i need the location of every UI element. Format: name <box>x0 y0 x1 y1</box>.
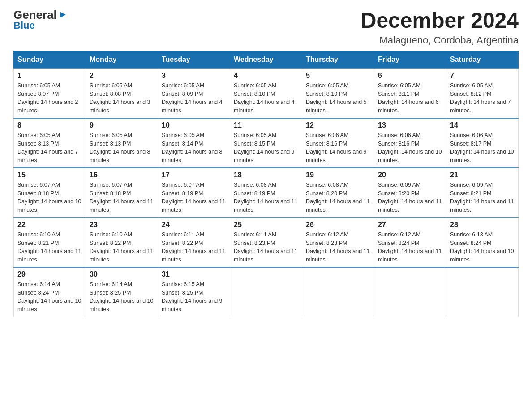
day-info: Sunrise: 6:05 AM Sunset: 8:13 PM Dayligh… <box>17 131 82 165</box>
sunset-text: Sunset: 8:19 PM <box>234 190 275 197</box>
day-number: 29 <box>17 270 82 278</box>
day-number: 18 <box>234 171 298 179</box>
day-cell-26: 26 Sunrise: 6:12 AM Sunset: 8:23 PM Dayl… <box>302 218 374 267</box>
day-number: 23 <box>90 221 154 229</box>
day-info: Sunrise: 6:05 AM Sunset: 8:12 PM Dayligh… <box>450 81 515 115</box>
day-info: Sunrise: 6:05 AM Sunset: 8:15 PM Dayligh… <box>234 131 298 165</box>
sunrise-text: Sunrise: 6:14 AM <box>17 281 60 287</box>
empty-cell <box>230 267 302 317</box>
daylight-text: Daylight: 14 hours and 2 minutes. <box>17 99 78 114</box>
day-number: 15 <box>17 171 82 179</box>
daylight-text: Daylight: 14 hours and 10 minutes. <box>450 248 514 263</box>
sunset-text: Sunset: 8:24 PM <box>378 240 419 246</box>
calendar-table: SundayMondayTuesdayWednesdayThursdayFrid… <box>13 51 519 317</box>
daylight-text: Daylight: 14 hours and 5 minutes. <box>306 99 367 114</box>
sunset-text: Sunset: 8:11 PM <box>378 91 419 97</box>
sunrise-text: Sunrise: 6:06 AM <box>450 132 493 138</box>
day-header-friday: Friday <box>374 51 446 68</box>
sunset-text: Sunset: 8:18 PM <box>90 190 131 197</box>
svg-marker-0 <box>60 12 66 18</box>
daylight-text: Daylight: 14 hours and 11 minutes. <box>234 248 297 263</box>
day-info: Sunrise: 6:07 AM Sunset: 8:18 PM Dayligh… <box>90 181 154 214</box>
sunset-text: Sunset: 8:23 PM <box>234 240 275 246</box>
page-header: General Blue December 2024 Malagueno, Co… <box>13 9 519 46</box>
day-number: 26 <box>306 221 370 229</box>
sunset-text: Sunset: 8:25 PM <box>162 290 203 296</box>
daylight-text: Daylight: 14 hours and 11 minutes. <box>306 198 369 213</box>
day-number: 19 <box>306 171 370 179</box>
day-number: 3 <box>162 72 226 80</box>
day-info: Sunrise: 6:05 AM Sunset: 8:08 PM Dayligh… <box>90 81 154 115</box>
sunrise-text: Sunrise: 6:11 AM <box>162 231 204 238</box>
daylight-text: Daylight: 14 hours and 11 minutes. <box>450 198 514 213</box>
day-cell-9: 9 Sunrise: 6:05 AM Sunset: 8:13 PM Dayli… <box>86 118 158 168</box>
daylight-text: Daylight: 14 hours and 11 minutes. <box>90 248 153 263</box>
daylight-text: Daylight: 14 hours and 7 minutes. <box>17 149 78 163</box>
day-cell-11: 11 Sunrise: 6:05 AM Sunset: 8:15 PM Dayl… <box>230 118 302 168</box>
sunrise-text: Sunrise: 6:08 AM <box>234 182 276 188</box>
daylight-text: Daylight: 14 hours and 9 minutes. <box>306 149 367 163</box>
day-cell-8: 8 Sunrise: 6:05 AM Sunset: 8:13 PM Dayli… <box>14 118 86 168</box>
sunrise-text: Sunrise: 6:10 AM <box>90 231 132 238</box>
daylight-text: Daylight: 14 hours and 8 minutes. <box>162 149 223 163</box>
empty-cell <box>302 267 374 317</box>
week-row-5: 29 Sunrise: 6:14 AM Sunset: 8:24 PM Dayl… <box>14 267 519 317</box>
month-title: December 2024 <box>361 9 519 33</box>
empty-cell <box>374 267 446 317</box>
sunset-text: Sunset: 8:20 PM <box>378 190 419 197</box>
day-number: 27 <box>378 221 442 229</box>
sunset-text: Sunset: 8:22 PM <box>90 240 131 246</box>
day-header-thursday: Thursday <box>302 51 374 68</box>
sunset-text: Sunset: 8:25 PM <box>90 290 131 296</box>
day-number: 17 <box>162 171 226 179</box>
sunset-text: Sunset: 8:09 PM <box>162 91 203 97</box>
day-info: Sunrise: 6:14 AM Sunset: 8:24 PM Dayligh… <box>17 280 82 314</box>
day-number: 1 <box>17 72 82 80</box>
sunrise-text: Sunrise: 6:07 AM <box>90 182 132 188</box>
sunset-text: Sunset: 8:20 PM <box>306 190 347 197</box>
day-info: Sunrise: 6:05 AM Sunset: 8:14 PM Dayligh… <box>162 131 226 165</box>
sunrise-text: Sunrise: 6:12 AM <box>306 231 348 238</box>
sunset-text: Sunset: 8:19 PM <box>162 190 203 197</box>
logo-triangle-icon <box>58 10 68 20</box>
logo-blue-text: Blue <box>13 21 35 30</box>
sunrise-text: Sunrise: 6:05 AM <box>162 132 204 138</box>
day-info: Sunrise: 6:05 AM Sunset: 8:09 PM Dayligh… <box>162 81 226 115</box>
daylight-text: Daylight: 14 hours and 11 minutes. <box>90 198 153 213</box>
day-cell-12: 12 Sunrise: 6:06 AM Sunset: 8:16 PM Dayl… <box>302 118 374 168</box>
day-cell-28: 28 Sunrise: 6:13 AM Sunset: 8:24 PM Dayl… <box>446 218 519 267</box>
title-area: December 2024 Malagueno, Cordoba, Argent… <box>361 9 519 46</box>
day-cell-10: 10 Sunrise: 6:05 AM Sunset: 8:14 PM Dayl… <box>158 118 230 168</box>
sunrise-text: Sunrise: 6:05 AM <box>17 132 60 138</box>
day-info: Sunrise: 6:11 AM Sunset: 8:23 PM Dayligh… <box>234 231 298 264</box>
day-info: Sunrise: 6:05 AM Sunset: 8:13 PM Dayligh… <box>90 131 154 165</box>
sunset-text: Sunset: 8:21 PM <box>450 190 491 197</box>
day-header-wednesday: Wednesday <box>230 51 302 68</box>
day-number: 9 <box>90 121 154 129</box>
sunset-text: Sunset: 8:14 PM <box>162 141 203 147</box>
daylight-text: Daylight: 14 hours and 11 minutes. <box>234 198 297 213</box>
day-header-sunday: Sunday <box>14 51 86 68</box>
daylight-text: Daylight: 14 hours and 10 minutes. <box>90 298 153 313</box>
sunset-text: Sunset: 8:21 PM <box>17 240 59 246</box>
day-info: Sunrise: 6:07 AM Sunset: 8:19 PM Dayligh… <box>162 181 226 214</box>
day-info: Sunrise: 6:10 AM Sunset: 8:22 PM Dayligh… <box>90 231 154 264</box>
day-info: Sunrise: 6:06 AM Sunset: 8:16 PM Dayligh… <box>378 131 442 165</box>
day-number: 20 <box>378 171 442 179</box>
day-info: Sunrise: 6:06 AM Sunset: 8:16 PM Dayligh… <box>306 131 370 165</box>
day-header-saturday: Saturday <box>446 51 519 68</box>
day-cell-31: 31 Sunrise: 6:15 AM Sunset: 8:25 PM Dayl… <box>158 267 230 317</box>
sunrise-text: Sunrise: 6:05 AM <box>162 82 204 89</box>
daylight-text: Daylight: 14 hours and 9 minutes. <box>162 298 223 313</box>
day-cell-14: 14 Sunrise: 6:06 AM Sunset: 8:17 PM Dayl… <box>446 118 519 168</box>
day-header-monday: Monday <box>86 51 158 68</box>
sunrise-text: Sunrise: 6:13 AM <box>450 231 493 238</box>
day-cell-1: 1 Sunrise: 6:05 AM Sunset: 8:07 PM Dayli… <box>14 68 86 118</box>
day-cell-23: 23 Sunrise: 6:10 AM Sunset: 8:22 PM Dayl… <box>86 218 158 267</box>
week-row-1: 1 Sunrise: 6:05 AM Sunset: 8:07 PM Dayli… <box>14 68 519 118</box>
sunrise-text: Sunrise: 6:05 AM <box>90 132 132 138</box>
sunrise-text: Sunrise: 6:05 AM <box>378 82 420 89</box>
day-number: 11 <box>234 121 298 129</box>
day-cell-19: 19 Sunrise: 6:08 AM Sunset: 8:20 PM Dayl… <box>302 168 374 218</box>
empty-cell <box>446 267 519 317</box>
